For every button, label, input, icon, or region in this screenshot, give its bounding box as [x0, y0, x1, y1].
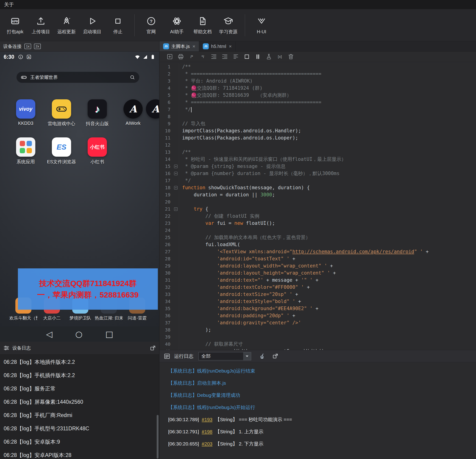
code-line: 1/**: [159, 63, 476, 70]
learning-resources-button[interactable]: 学习资源: [215, 12, 241, 39]
app-ES文件浏览器[interactable]: ESES文件浏览器: [43, 137, 79, 165]
code-text: [179, 227, 476, 234]
format-close-icon[interactable]: */: [199, 53, 206, 60]
ai-assistant-button[interactable]: AI助手: [164, 12, 190, 39]
app-AIWork[interactable]: AAIWork: [115, 99, 151, 127]
indent-icon[interactable]: [221, 53, 228, 60]
hui-logo-label: H-UI: [257, 29, 266, 34]
log-line-link[interactable]: #203: [202, 441, 212, 447]
code-text: duration = duration || 3000;: [179, 191, 476, 198]
line-number: 25: [159, 234, 173, 241]
nav-recents-button[interactable]: □: [106, 329, 113, 339]
tab-h5.html[interactable]: JSh5.html×: [199, 41, 236, 51]
mini-app-tile: [27, 148, 32, 153]
phone-search-bar[interactable]: 王者荣耀世界: [17, 72, 139, 83]
log-filter-dropdown[interactable]: 全部: [198, 352, 251, 360]
app-小红书[interactable]: 小红书小红书: [79, 137, 115, 165]
device-log-scrollbar[interactable]: [157, 415, 159, 459]
code-token: 'android:padding="20dp" ': [217, 313, 289, 318]
run-project-label: 启动项目: [83, 29, 102, 35]
line-number: 19: [159, 191, 173, 198]
run-log-entry: 【系统日志】启动主脚本.js: [159, 377, 476, 389]
code-line: 39: [159, 333, 476, 341]
new-window-icon[interactable]: [166, 53, 173, 60]
close-tab-icon[interactable]: ×: [229, 43, 232, 49]
app-雷电游戏中心[interactable]: 雷电游戏中心: [43, 99, 79, 127]
log-line-link[interactable]: #198: [202, 429, 212, 434]
app-系统应用[interactable]: 系统应用: [8, 137, 43, 165]
device-screen-mirror[interactable]: 6:30 A 王者荣耀世界 vivoyKKDD3雷电游戏中心♪抖音火山版AAIW…: [0, 52, 159, 326]
code-line: 40 // 获取屏幕尺寸: [159, 341, 476, 348]
fold-minus-icon[interactable]: [174, 172, 178, 175]
fold-minus-icon[interactable]: [174, 165, 178, 168]
fold-marker: [173, 277, 179, 284]
fold-minus-icon[interactable]: [174, 207, 178, 211]
line-number: 18: [159, 184, 173, 191]
app-grid-row-1: vivoyKKDD3雷电游戏中心♪抖音火山版AAIWork: [0, 99, 151, 127]
code-editor[interactable]: 1/**2 * ================================…: [159, 62, 476, 350]
hui-logo-button[interactable]: H-UI: [249, 12, 274, 39]
line-number: 26: [159, 241, 173, 248]
pause-script-icon[interactable]: [255, 53, 261, 60]
app-抖音火山版[interactable]: ♪抖音火山版: [79, 99, 115, 127]
fold-marker: [173, 312, 179, 319]
package-apk-button[interactable]: APK打包apk: [2, 12, 28, 39]
tab-主脚本.js[interactable]: JS主脚本.js×: [159, 41, 199, 51]
code-text: // 获取屏幕尺寸: [179, 341, 476, 348]
mini-app-tile: [20, 148, 25, 153]
fold-marker[interactable]: [173, 163, 179, 170]
menu-about[interactable]: 关于: [4, 1, 14, 8]
nav-back-button[interactable]: ◁: [46, 329, 52, 339]
stop-project-button[interactable]: 停止: [105, 12, 131, 39]
line-number: 1: [159, 63, 173, 70]
fold-marker: [173, 348, 179, 350]
outdent-icon[interactable]: [210, 53, 217, 60]
log-line-link[interactable]: #193: [202, 417, 212, 422]
run-project-icon: [87, 16, 97, 27]
scale-1x-button[interactable]: 1x: [24, 43, 31, 49]
line-number: 41: [159, 348, 173, 350]
remote-update-button[interactable]: 远程更新: [54, 12, 79, 39]
code-text: * ======================================…: [179, 99, 476, 106]
fold-marker[interactable]: [173, 205, 179, 213]
fold-minus-icon[interactable]: [174, 186, 178, 189]
vivoy-app-icon: vivoy: [16, 99, 35, 119]
run-project-button[interactable]: 启动项目: [79, 12, 105, 39]
tab-label: h5.html: [211, 44, 226, 49]
info-icon: [18, 54, 23, 60]
open-float-window-icon[interactable]: [272, 353, 279, 359]
help-docs-button[interactable]: 帮助文档: [190, 12, 215, 39]
fold-marker: [173, 198, 179, 205]
clear-editor-icon[interactable]: [288, 53, 294, 60]
fold-marker: [173, 248, 179, 255]
open-float-window-icon[interactable]: [150, 345, 156, 351]
print-icon[interactable]: [177, 53, 184, 60]
close-tab-icon[interactable]: ×: [193, 43, 195, 49]
code-line: 34 'android:textStyle="bold" ' +: [159, 298, 476, 305]
format-document-icon[interactable]: [232, 53, 239, 60]
app-KKDD3[interactable]: vivoyKKDD3: [8, 99, 43, 127]
upload-project-button[interactable]: 上传项目: [28, 12, 54, 39]
system-apps-icon: [16, 137, 35, 157]
format-open-icon[interactable]: /*: [188, 53, 195, 60]
fold-marker[interactable]: [173, 170, 179, 177]
line-number: 36: [159, 312, 173, 319]
package-apk-icon: APK: [10, 16, 20, 27]
stop-script-icon[interactable]: [243, 53, 250, 60]
clear-log-icon[interactable]: [259, 353, 265, 359]
code-token: try: [194, 206, 203, 212]
scale-2x-button[interactable]: 2x: [34, 43, 41, 49]
nav-home-button[interactable]: ○: [75, 329, 82, 339]
variables-icon[interactable]: [x]: [276, 53, 283, 60]
code-text: * @param {number} duration - 显示时长（毫秒），默认…: [179, 170, 476, 177]
ai-assistant-icon: [172, 16, 182, 27]
code-token: [182, 235, 205, 240]
test-flask-icon[interactable]: [265, 53, 272, 60]
official-site-button[interactable]: ?官网: [138, 12, 164, 39]
fold-marker[interactable]: [173, 184, 179, 191]
status-time: 6:30: [4, 54, 14, 60]
line-number: 40: [159, 341, 173, 348]
code-text: [179, 142, 476, 149]
chevron-down-icon[interactable]: [243, 352, 251, 360]
fold-marker: [173, 234, 179, 241]
